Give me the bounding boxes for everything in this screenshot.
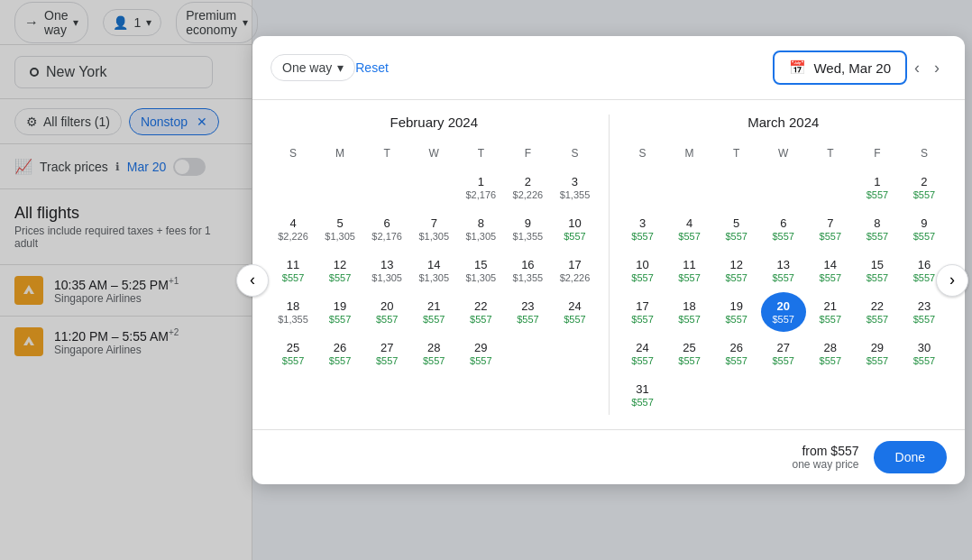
calendar-next-button[interactable]: › [936, 264, 968, 297]
calendar-day[interactable]: 10$557 [552, 209, 597, 249]
calendar-day[interactable]: 4$2,226 [271, 209, 316, 249]
calendar-day[interactable]: 19$557 [714, 292, 759, 332]
day-number: 28 [427, 341, 440, 355]
calendar-day[interactable]: 29$557 [458, 334, 503, 373]
march-title: March 2024 [620, 115, 948, 130]
day-number: 13 [777, 258, 790, 272]
calendar-day[interactable]: 25$557 [271, 334, 316, 373]
calendar-day[interactable]: 27$557 [364, 334, 409, 373]
done-button[interactable]: Done [874, 441, 947, 473]
calendar-day [855, 375, 900, 415]
day-number: 15 [871, 258, 884, 272]
calendar-day[interactable]: 13$1,305 [364, 251, 409, 290]
day-number: 9 [525, 216, 531, 231]
calendar-reset-button[interactable]: Reset [355, 60, 389, 75]
calendar-day[interactable]: 17$557 [620, 292, 665, 332]
day-price: $557 [423, 355, 445, 366]
day-number: 12 [729, 258, 742, 272]
day-price: $557 [773, 231, 794, 242]
calendar-price-info: from $557 one way price [792, 444, 858, 471]
calendar-day[interactable]: 22$557 [855, 292, 900, 332]
calendar-day[interactable]: 18$557 [667, 292, 712, 332]
calendar-day[interactable]: 2$557 [902, 168, 947, 207]
day-number: 2 [525, 175, 531, 189]
calendar-day[interactable]: 4$557 [667, 209, 712, 249]
day-header: F [855, 141, 900, 166]
calendar-day[interactable]: 6$2,176 [364, 209, 409, 249]
calendar-day[interactable]: 1$557 [855, 168, 900, 207]
day-number: 11 [683, 258, 695, 272]
day-price: $557 [631, 397, 653, 408]
calendar-day[interactable]: 26$557 [714, 334, 759, 373]
calendar-day[interactable]: 12$557 [714, 251, 759, 290]
day-header: W [411, 141, 456, 166]
calendar-day[interactable]: 7$557 [808, 209, 853, 249]
calendar-day [620, 168, 665, 207]
calendar-header-next[interactable]: › [927, 55, 947, 81]
calendar-day[interactable]: 27$557 [761, 334, 806, 373]
calendar-day[interactable]: 23$557 [505, 292, 550, 332]
calendar-day[interactable]: 31$557 [620, 375, 665, 415]
day-number: 4 [289, 216, 296, 231]
day-number: 24 [568, 299, 581, 314]
calendar-day[interactable]: 9$1,355 [505, 209, 550, 249]
calendar-day[interactable]: 24$557 [552, 292, 597, 332]
day-price: $557 [329, 355, 351, 366]
calendar-day[interactable]: 28$557 [808, 334, 853, 373]
calendar-prev-button[interactable]: ‹ [236, 264, 269, 297]
day-price: $557 [820, 314, 841, 325]
calendar-day[interactable]: 16$1,355 [505, 251, 550, 290]
calendar-day[interactable]: 21$557 [411, 292, 456, 332]
calendar-day[interactable]: 11$557 [271, 251, 316, 290]
calendar-day[interactable]: 15$557 [855, 251, 900, 290]
calendar-day[interactable]: 22$557 [458, 292, 503, 332]
calendar-day[interactable]: 14$1,305 [411, 251, 456, 290]
calendar-day [271, 168, 316, 207]
calendar-trip-type[interactable]: One way ▾ [271, 54, 355, 81]
calendar-day[interactable]: 10$557 [620, 251, 665, 290]
calendar-day[interactable]: 29$557 [855, 334, 900, 373]
calendar-day[interactable]: 9$557 [902, 209, 947, 249]
calendar-day[interactable]: 28$557 [411, 334, 456, 373]
day-price: $557 [820, 231, 841, 242]
day-number: 1 [874, 175, 880, 189]
calendar-day[interactable]: 30$557 [902, 334, 947, 373]
calendar-day[interactable]: 15$1,305 [458, 251, 503, 290]
day-number: 26 [334, 341, 346, 355]
calendar-day[interactable]: 7$1,305 [411, 209, 456, 249]
calendar-day[interactable]: 21$557 [808, 292, 853, 332]
march-grid: SMTWTFS1$5572$5573$5574$5575$5576$5577$5… [620, 141, 948, 415]
calendar-date-display: 📅 Wed, Mar 20 [773, 50, 907, 85]
calendar-day[interactable]: 20$557 [364, 292, 409, 332]
day-price: $557 [867, 231, 888, 242]
calendar-day[interactable]: 14$557 [808, 251, 853, 290]
calendar-day[interactable]: 3$557 [620, 209, 665, 249]
calendar-day[interactable]: 8$1,305 [458, 209, 503, 249]
calendar-day[interactable]: 20$557 [761, 292, 806, 332]
calendar-day[interactable]: 26$557 [317, 334, 362, 373]
calendar-day[interactable]: 2$2,226 [505, 168, 550, 207]
day-price: $1,305 [325, 231, 355, 242]
calendar-day[interactable]: 5$557 [714, 209, 759, 249]
calendar-day[interactable]: 1$2,176 [458, 168, 503, 207]
calendar-day[interactable]: 19$557 [317, 292, 362, 332]
calendar-day[interactable]: 5$1,305 [317, 209, 362, 249]
day-price: $557 [820, 272, 841, 283]
day-number: 2 [921, 175, 927, 189]
calendar-day[interactable]: 18$1,355 [271, 292, 316, 332]
calendar-day[interactable]: 17$2,226 [552, 251, 597, 290]
calendar-day[interactable]: 6$557 [761, 209, 806, 249]
calendar-day[interactable]: 12$557 [317, 251, 362, 290]
calendar-day[interactable]: 13$557 [761, 251, 806, 290]
calendar-day[interactable]: 23$557 [902, 292, 947, 332]
calendar-day[interactable]: 25$557 [667, 334, 712, 373]
calendar-day[interactable]: 11$557 [667, 251, 712, 290]
calendar-day[interactable]: 8$557 [855, 209, 900, 249]
day-header: T [808, 141, 853, 166]
calendar-day[interactable]: 3$1,355 [552, 168, 597, 207]
day-price: $1,305 [465, 272, 496, 283]
calendar-day[interactable]: 24$557 [620, 334, 665, 373]
day-price: $557 [773, 314, 794, 325]
day-price: $1,305 [465, 231, 496, 242]
calendar-header-prev[interactable]: ‹ [907, 55, 927, 81]
